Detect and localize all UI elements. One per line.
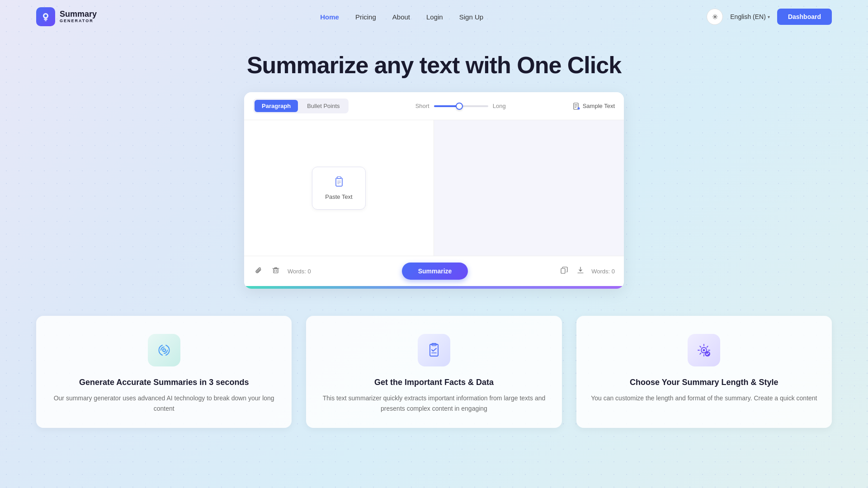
fingerprint-icon bbox=[156, 342, 172, 358]
svg-rect-21 bbox=[561, 268, 565, 273]
paste-text-button[interactable]: Paste Text bbox=[312, 167, 365, 210]
svg-rect-6 bbox=[575, 106, 577, 106]
copy-button[interactable] bbox=[559, 265, 570, 277]
nav-login[interactable]: Login bbox=[426, 13, 443, 21]
logo-text: Summary GENERATOR bbox=[60, 10, 97, 23]
clear-button[interactable] bbox=[270, 265, 281, 277]
feature-desc-3: You can customize the length and format … bbox=[591, 393, 817, 403]
svg-rect-7 bbox=[575, 107, 576, 108]
svg-point-2 bbox=[44, 14, 47, 17]
svg-rect-15 bbox=[337, 183, 340, 184]
summarizer-card: Paragraph Bullet Points Short Long bbox=[244, 92, 624, 289]
output-panel bbox=[434, 120, 624, 256]
format-tabs: Paragraph Bullet Points bbox=[253, 99, 349, 113]
gear-badge-icon bbox=[696, 342, 712, 358]
slider-long-label: Long bbox=[493, 103, 506, 109]
dashboard-button[interactable]: Dashboard bbox=[777, 9, 832, 25]
paperclip-icon bbox=[255, 267, 262, 274]
slider-short-label: Short bbox=[415, 103, 429, 109]
length-slider[interactable] bbox=[434, 105, 488, 107]
download-button[interactable] bbox=[575, 265, 586, 277]
feature-title-1: Generate Accurate Summaries in 3 seconds bbox=[79, 377, 249, 388]
length-slider-area: Short Long bbox=[415, 103, 506, 109]
logo-subtitle: GENERATOR bbox=[60, 19, 97, 23]
navbar: Summary GENERATOR Home Pricing About Log… bbox=[0, 0, 868, 33]
logo[interactable]: Summary GENERATOR bbox=[36, 7, 97, 26]
svg-point-29 bbox=[703, 349, 705, 352]
input-word-count: Words: 0 bbox=[288, 268, 311, 275]
nav-links: Home Pricing About Login Sign Up bbox=[320, 13, 483, 21]
svg-rect-1 bbox=[44, 19, 47, 20]
svg-rect-16 bbox=[274, 269, 278, 273]
slider-fill bbox=[434, 105, 458, 107]
nav-signup[interactable]: Sign Up bbox=[459, 13, 483, 21]
clipboard-check-icon bbox=[426, 342, 442, 358]
svg-rect-12 bbox=[337, 177, 341, 178]
sample-text-label: Sample Text bbox=[583, 103, 615, 109]
theme-toggle-button[interactable]: ✳ bbox=[707, 9, 723, 25]
feature-icon-wrap-3 bbox=[688, 334, 720, 366]
feature-title-3: Choose Your Summary Length & Style bbox=[630, 377, 778, 388]
sample-text-icon: + bbox=[573, 103, 580, 110]
feature-icon-wrap-2 bbox=[418, 334, 450, 366]
attach-button[interactable] bbox=[253, 265, 264, 277]
paste-text-label: Paste Text bbox=[325, 193, 352, 200]
hero-title: Summarize any text with One Click bbox=[9, 52, 859, 79]
slider-thumb[interactable] bbox=[456, 103, 463, 110]
editor-area: Paste Text bbox=[244, 120, 624, 256]
logo-icon bbox=[36, 7, 55, 26]
trash-icon bbox=[272, 267, 279, 274]
svg-rect-3 bbox=[45, 20, 47, 21]
tab-bullet-points[interactable]: Bullet Points bbox=[300, 100, 347, 112]
hero-section: Summarize any text with One Click Paragr… bbox=[0, 33, 868, 289]
logo-title: Summary bbox=[60, 10, 97, 19]
download-icon bbox=[577, 267, 584, 274]
language-selector[interactable]: English (EN) ▾ bbox=[730, 13, 770, 20]
bottom-right: Words: 0 bbox=[559, 265, 615, 277]
feature-icon-wrap-1 bbox=[148, 334, 180, 366]
paste-icon bbox=[334, 176, 344, 190]
copy-icon bbox=[561, 267, 568, 274]
sample-text-button[interactable]: + Sample Text bbox=[573, 103, 615, 110]
feature-card-1: Generate Accurate Summaries in 3 seconds… bbox=[36, 316, 292, 428]
feature-title-2: Get the Important Facts & Data bbox=[374, 377, 494, 388]
nav-pricing[interactable]: Pricing bbox=[355, 13, 376, 21]
bottom-left: Words: 0 bbox=[253, 265, 311, 277]
nav-about[interactable]: About bbox=[392, 13, 410, 21]
nav-right: ✳ English (EN) ▾ Dashboard bbox=[707, 9, 832, 25]
feature-card-2: Get the Important Facts & Data This text… bbox=[306, 316, 561, 428]
card-top-bar: Paragraph Bullet Points Short Long bbox=[244, 92, 624, 120]
tab-paragraph[interactable]: Paragraph bbox=[255, 100, 298, 112]
svg-rect-5 bbox=[575, 104, 577, 105]
feature-desc-1: Our summary generator uses advanced AI t… bbox=[51, 393, 277, 413]
svg-rect-13 bbox=[337, 181, 341, 181]
features-section: Generate Accurate Summaries in 3 seconds… bbox=[0, 289, 868, 428]
feature-desc-2: This text summarizer quickly extracts im… bbox=[321, 393, 547, 413]
card-bottom-bar: Words: 0 Summarize Words: bbox=[244, 256, 624, 286]
language-label: English (EN) bbox=[730, 13, 766, 20]
input-panel[interactable]: Paste Text bbox=[244, 120, 434, 256]
output-word-count: Words: 0 bbox=[591, 268, 615, 275]
feature-card-3: Choose Your Summary Length & Style You c… bbox=[576, 316, 832, 428]
svg-rect-14 bbox=[337, 182, 341, 183]
chevron-down-icon: ▾ bbox=[768, 14, 770, 19]
nav-home[interactable]: Home bbox=[320, 13, 339, 21]
svg-rect-18 bbox=[275, 267, 277, 268]
summarize-button[interactable]: Summarize bbox=[402, 263, 468, 280]
